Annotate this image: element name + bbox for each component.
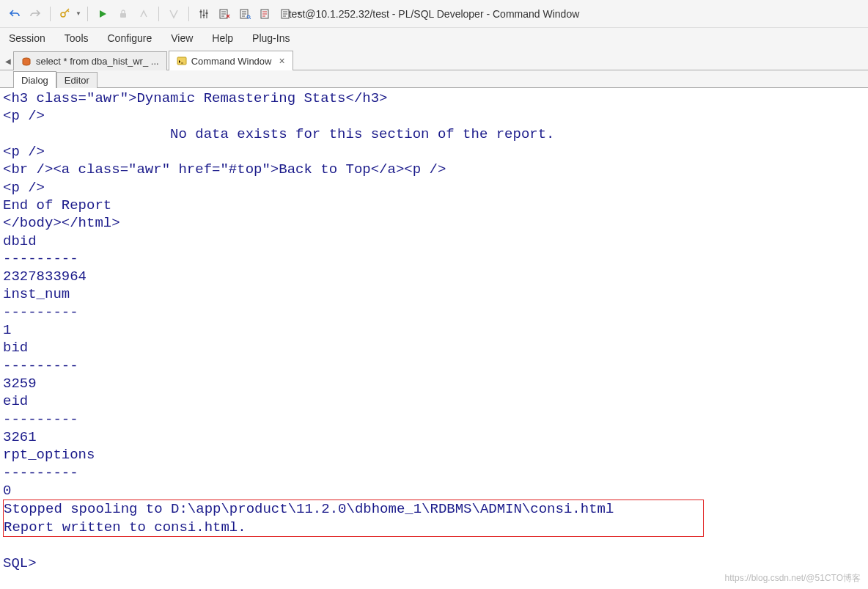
commit-button [165, 5, 183, 23]
lock-button [114, 5, 132, 23]
close-icon[interactable]: × [279, 55, 284, 67]
output-line: </body></html> [3, 215, 120, 231]
output-line: <p /> [3, 108, 45, 124]
command-icon [177, 56, 187, 66]
menu-help[interactable]: Help [209, 31, 236, 45]
undo-button[interactable] [6, 5, 23, 23]
console-output[interactable]: <h3 class="awr">Dynamic Remastering Stat… [0, 88, 868, 589]
separator [158, 7, 159, 21]
output-line: <h3 class="awr">Dynamic Remastering Stat… [3, 90, 388, 106]
key-dropdown-icon[interactable]: ▼ [76, 10, 81, 17]
tab-scroll-left-icon[interactable]: ◀ [3, 52, 13, 70]
svg-rect-3 [202, 15, 205, 16]
watermark: https://blog.csdn.net/@51CTO博客 [725, 572, 861, 585]
menu-tools[interactable]: Tools [62, 31, 92, 45]
menubar: Session Tools Configure View Help Plug-I… [0, 28, 868, 48]
output-line: <p /> [3, 180, 45, 196]
separator [87, 7, 88, 21]
window-title: test@10.1.252.32/test - PL/SQL Developer… [289, 8, 580, 20]
svg-rect-2 [199, 11, 202, 12]
sliders-button[interactable] [195, 5, 213, 23]
output-line: --------- [3, 465, 78, 481]
subtab-dialog[interactable]: Dialog [13, 71, 56, 88]
svg-rect-4 [205, 12, 207, 14]
subtab-editor[interactable]: Editor [56, 72, 98, 88]
output-line: Stopped spooling to D:\app\product\11.2.… [4, 501, 614, 517]
separator [50, 7, 51, 21]
sql-icon [21, 56, 32, 67]
tab-command-window[interactable]: Command Window × [169, 51, 293, 70]
output-line: 2327833964 [3, 268, 87, 285]
tab-sql-query[interactable]: select * from dba_hist_wr_ ... [13, 51, 167, 70]
output-line: --------- [3, 411, 78, 428]
output-line: --------- [3, 304, 78, 321]
output-line: No data exists for this section of the r… [3, 126, 555, 142]
output-line: rpt_options [3, 447, 95, 463]
execute-button[interactable] [94, 5, 111, 23]
output-line: <br /><a class="awr" href="#top">Back to… [3, 161, 446, 178]
report-button-3[interactable] [257, 5, 274, 23]
main-toolbar: ▼ ▼ test@10.1.252.32/test - PL/SQL Devel… [0, 0, 868, 28]
key-button[interactable] [56, 5, 74, 23]
tab-label: Command Window [191, 56, 272, 67]
output-line: dbid [3, 233, 37, 249]
output-line: 0 [3, 483, 11, 499]
report-button-1[interactable] [216, 5, 233, 23]
break-button [135, 5, 152, 23]
report-button-2[interactable] [236, 5, 254, 23]
output-line: 1 [3, 322, 11, 338]
highlighted-output: Stopped spooling to D:\app\product\11.2.… [3, 500, 704, 537]
svg-rect-1 [120, 13, 126, 18]
output-line: --------- [3, 358, 78, 374]
output-line: 3261 [3, 429, 37, 445]
menu-plugins[interactable]: Plug-Ins [249, 31, 293, 45]
document-tabs: ◀ select * from dba_hist_wr_ ... Command… [0, 48, 868, 70]
tab-label: select * from dba_hist_wr_ ... [36, 56, 159, 67]
output-line: bid [3, 340, 28, 356]
menu-view[interactable]: View [168, 31, 196, 45]
redo-button[interactable] [26, 5, 44, 23]
menu-configure[interactable]: Configure [105, 31, 155, 45]
sql-prompt: SQL> [3, 555, 37, 571]
output-line: --------- [3, 251, 78, 267]
output-line: End of Report [3, 197, 111, 213]
output-line: 3259 [3, 376, 37, 392]
output-line: <p /> [3, 144, 45, 160]
output-line: eid [3, 393, 28, 409]
output-line: Report written to consi.html. [4, 519, 246, 535]
menu-session[interactable]: Session [6, 31, 48, 45]
subtabs: Dialog Editor [0, 70, 868, 88]
output-line: inst_num [3, 286, 70, 302]
separator [188, 7, 189, 21]
